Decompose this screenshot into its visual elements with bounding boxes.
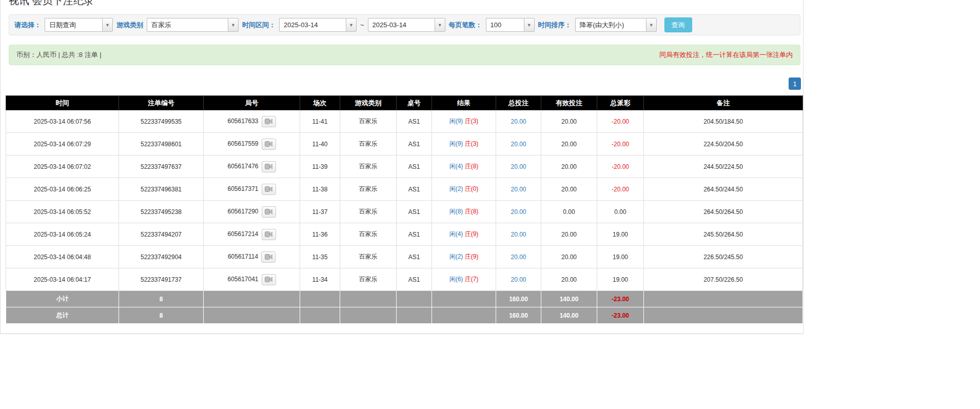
table-row: 2025-03-14 06:07:02522337497637605617476…	[6, 155, 803, 178]
cell-remark: 207.50/226.50	[644, 268, 803, 291]
chevron-down-icon[interactable]: ▼	[646, 18, 657, 32]
empty-cell	[300, 291, 340, 307]
cell-valid-bet: 20.00	[541, 155, 597, 178]
cell-result: 闲(8) 庄(8)	[432, 201, 496, 223]
result-player: 闲(4)	[449, 163, 463, 170]
page-size-value[interactable]: 100	[486, 18, 524, 32]
search-button[interactable]: 查询	[664, 17, 692, 32]
date-to-picker[interactable]: 2025-03-14 ▼	[368, 18, 445, 32]
result-banker: 庄(3)	[465, 118, 479, 125]
chevron-down-icon[interactable]: ▼	[435, 18, 445, 32]
cell-game-type: 百家乐	[340, 246, 397, 268]
chevron-down-icon[interactable]: ▼	[228, 18, 239, 32]
chevron-down-icon[interactable]: ▼	[346, 18, 357, 32]
cell-payout: -20.00	[597, 178, 644, 201]
video-replay-button[interactable]	[262, 184, 276, 195]
video-camera-icon	[265, 119, 272, 124]
result-banker: 庄(9)	[465, 230, 479, 238]
chevron-down-icon[interactable]: ▼	[102, 18, 113, 32]
notice-text: 同局有效投注，统一计算在该局第一张注单内	[659, 50, 793, 60]
cell-round-id: 605617371	[204, 178, 300, 201]
video-replay-button[interactable]	[261, 251, 276, 263]
result-player: 闲(9)	[449, 140, 463, 147]
result-banker: 庄(8)	[465, 163, 479, 170]
cell-session: 11-36	[300, 223, 340, 246]
total-count: 8	[119, 307, 204, 324]
cell-time: 2025-03-14 06:04:48	[6, 246, 119, 268]
cell-session: 11-35	[300, 246, 340, 268]
cell-valid-bet: 20.00	[541, 246, 597, 268]
total-bet-link[interactable]: 20.00	[511, 208, 526, 216]
cell-total-bet: 20.00	[496, 155, 541, 178]
cell-time: 2025-03-14 06:04:17	[6, 268, 119, 291]
video-replay-button[interactable]	[262, 206, 276, 218]
total-bet-link[interactable]: 20.00	[511, 163, 526, 170]
total-bet-link[interactable]: 20.00	[511, 276, 526, 283]
date-from-value[interactable]: 2025-03-14	[279, 18, 346, 32]
column-header-total-bet: 总投注	[496, 96, 541, 110]
sort-order-value[interactable]: 降幂(由大到小)	[575, 18, 646, 32]
cell-remark: 264.50/244.50	[644, 178, 803, 201]
cell-bet-id: 522337499535	[119, 110, 204, 133]
total-bet-link[interactable]: 20.00	[511, 231, 526, 238]
result-banker: 庄(8)	[465, 208, 479, 215]
page-size-select[interactable]: 100 ▼	[486, 18, 535, 32]
cell-round-id: 605617633	[204, 110, 300, 133]
subtotal-valid-bet: 140.00	[541, 291, 597, 307]
date-to-value[interactable]: 2025-03-14	[368, 18, 435, 32]
empty-cell	[432, 307, 496, 324]
result-player: 闲(6)	[449, 276, 463, 283]
total-bet-link[interactable]: 20.00	[511, 118, 526, 125]
subtotal-payout: -23.00	[597, 291, 644, 307]
range-separator: ~	[360, 21, 364, 29]
cell-total-bet: 20.00	[496, 223, 541, 246]
subtotal-count: 8	[119, 291, 204, 307]
total-row: 总计 8 160.00 140.00 -23.00	[6, 307, 803, 324]
subtotal-label: 小计	[6, 291, 119, 307]
cell-result: 闲(6) 庄(7)	[432, 268, 496, 291]
cell-session: 11-37	[300, 201, 340, 223]
select-type-label: 请选择：	[14, 21, 41, 30]
game-type-value[interactable]: 百家乐	[147, 18, 228, 32]
query-type-select[interactable]: 日期查询 ▼	[45, 18, 113, 32]
cell-bet-id: 522337492904	[119, 246, 204, 268]
total-bet-link[interactable]: 20.00	[511, 254, 526, 261]
sort-order-select[interactable]: 降幂(由大到小) ▼	[575, 18, 657, 32]
chevron-down-icon[interactable]: ▼	[524, 18, 535, 32]
total-total-bet: 160.00	[496, 307, 541, 324]
page-button-1[interactable]: 1	[789, 77, 801, 90]
cell-session: 11-39	[300, 155, 340, 178]
cell-payout: -20.00	[597, 110, 644, 133]
result-player: 闲(9)	[449, 118, 463, 125]
empty-cell	[644, 291, 803, 307]
game-type-select[interactable]: 百家乐 ▼	[147, 18, 239, 32]
cell-remark: 226.50/245.50	[644, 246, 803, 268]
video-camera-icon	[265, 254, 272, 260]
date-from-picker[interactable]: 2025-03-14 ▼	[279, 18, 357, 32]
video-replay-button[interactable]	[262, 161, 276, 172]
query-type-value[interactable]: 日期查询	[45, 18, 102, 32]
cell-round-id: 605617476	[204, 155, 300, 178]
cell-time: 2025-03-14 06:05:24	[6, 223, 119, 246]
cell-table-no: AS1	[397, 133, 432, 155]
video-camera-icon	[265, 209, 272, 215]
total-bet-link[interactable]: 20.00	[511, 186, 526, 193]
video-replay-button[interactable]	[262, 116, 276, 127]
cell-time: 2025-03-14 06:07:02	[6, 155, 119, 178]
video-replay-button[interactable]	[262, 229, 276, 240]
total-bet-link[interactable]: 20.00	[511, 141, 526, 148]
column-header-time: 时间	[6, 96, 119, 110]
video-replay-button[interactable]	[262, 139, 276, 150]
video-replay-button[interactable]	[262, 274, 276, 285]
cell-game-type: 百家乐	[340, 155, 397, 178]
cell-game-type: 百家乐	[340, 110, 397, 133]
cell-total-bet: 20.00	[496, 178, 541, 201]
column-header-valid-bet: 有效投注	[541, 96, 597, 110]
currency-summary-text: 币别：人民币 | 总共 :8 注单 |	[16, 50, 102, 60]
cell-result: 闲(2) 庄(0)	[432, 178, 496, 201]
column-header-result: 结果	[432, 96, 496, 110]
total-payout: -23.00	[597, 307, 644, 324]
table-row: 2025-03-14 06:06:25522337496381605617371…	[6, 178, 803, 201]
video-camera-icon	[265, 231, 272, 237]
table-header-row: 时间注单编号局号场次游戏类别桌号结果总投注有效投注总派彩备注	[6, 96, 803, 110]
